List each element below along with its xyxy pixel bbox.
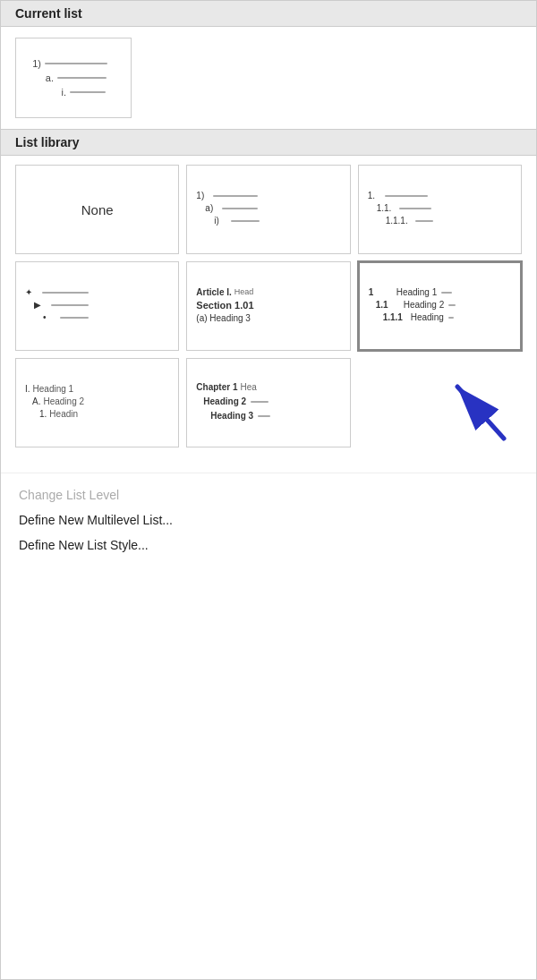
line-rule bbox=[42, 292, 89, 294]
menu-item-define-style[interactable]: Define New List Style... bbox=[19, 533, 518, 558]
library-item-decimal-dot[interactable]: 1. 1.1. 1.1.1. bbox=[358, 165, 522, 254]
line-rule bbox=[51, 304, 89, 306]
ch-rule bbox=[251, 401, 268, 403]
library-item-none[interactable]: None bbox=[15, 165, 179, 254]
list-library-section: List library None 1) a) i) bbox=[1, 130, 536, 473]
preview-rule bbox=[57, 77, 107, 79]
library-row-1: None 1) a) i) 1. bbox=[15, 165, 522, 254]
library-item-symbols[interactable]: ✦ ▶ • bbox=[15, 261, 179, 351]
current-list-header: Current list bbox=[1, 1, 536, 27]
preview-line-3: i. bbox=[25, 87, 122, 98]
define-new-label: Define New Multilevel List... bbox=[19, 513, 173, 527]
library-item-alpha-paren[interactable]: 1) a) i) bbox=[186, 165, 350, 254]
change-level-label: Change List Level bbox=[19, 488, 119, 502]
menu-item-change-level: Change List Level bbox=[19, 482, 518, 507]
arrow-icon bbox=[432, 367, 513, 447]
list-library-header: List library bbox=[1, 130, 536, 156]
define-style-label: Define New List Style... bbox=[19, 538, 149, 552]
line-rule bbox=[60, 317, 89, 319]
hn-rule bbox=[448, 304, 456, 306]
svg-line-1 bbox=[457, 387, 504, 439]
library-item-heading-numbered[interactable]: 1 Heading 1 1.1 Heading 2 1.1.1 Heading bbox=[358, 261, 522, 351]
current-list-section: Current list 1) a. i. bbox=[1, 1, 536, 130]
none-label: None bbox=[81, 202, 114, 217]
preview-rule bbox=[70, 91, 106, 93]
line-rule bbox=[231, 220, 260, 222]
preview-line-2: a. bbox=[25, 72, 122, 83]
preview-rule bbox=[45, 63, 107, 64]
line-rule bbox=[385, 195, 428, 197]
hn-rule bbox=[448, 317, 454, 319]
ch-rule bbox=[258, 415, 270, 417]
line-rule bbox=[222, 208, 258, 209]
library-item-roman[interactable]: I. Heading 1 A. Heading 2 1. Headin bbox=[15, 358, 179, 447]
menu-section: Change List Level Define New Multilevel … bbox=[1, 473, 536, 567]
line-rule bbox=[213, 195, 258, 197]
arrow-annotation bbox=[358, 358, 522, 456]
hn-rule bbox=[441, 292, 452, 294]
library-row-2: ✦ ▶ • Article I. Head bbox=[15, 261, 522, 351]
line-rule bbox=[415, 220, 433, 222]
preview-line-1: 1) bbox=[25, 58, 122, 69]
line-rule bbox=[399, 208, 431, 209]
current-list-area: 1) a. i. bbox=[1, 27, 536, 130]
current-list-preview: 1) a. i. bbox=[15, 38, 132, 118]
library-item-chapter[interactable]: Chapter 1 Hea Heading 2 Heading 3 bbox=[186, 358, 350, 447]
library-row-3: I. Heading 1 A. Heading 2 1. Headin Chap… bbox=[15, 358, 522, 456]
list-library-area: None 1) a) i) 1. bbox=[1, 156, 536, 473]
menu-item-define-new[interactable]: Define New Multilevel List... bbox=[19, 507, 518, 533]
library-item-article[interactable]: Article I. Head Section 1.01 (a) Heading… bbox=[186, 261, 350, 351]
